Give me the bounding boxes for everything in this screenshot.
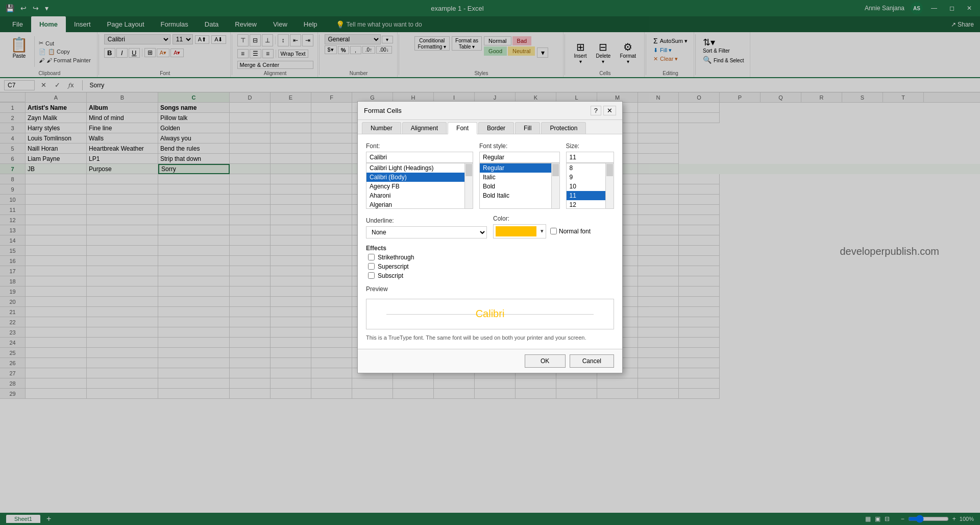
effects-list: Strikethrough Superscript Subscript (366, 254, 614, 279)
dialog-title-bar: Format Cells ? ✕ (358, 102, 622, 120)
style-list-item-bold-italic[interactable]: Bold Italic (480, 191, 559, 200)
font-list-item-algerian[interactable]: Algerian (366, 200, 473, 209)
dialog-cancel-button[interactable]: Cancel (570, 354, 614, 368)
dialog-tab-number[interactable]: Number (362, 122, 401, 134)
dialog-title: Format Cells (364, 107, 402, 114)
font-size-label: Size: (566, 142, 615, 150)
format-cells-dialog: Format Cells ? ✕ Number Alignment Font B… (357, 101, 623, 373)
font-label: Font: (366, 142, 473, 150)
dialog-title-buttons: ? ✕ (591, 106, 616, 115)
font-list[interactable]: Calibri Light (Headings) Calibri (Body) … (366, 163, 473, 209)
dialog-tab-protection[interactable]: Protection (541, 122, 586, 134)
font-size-list[interactable]: 8 9 10 11 12 14 (566, 163, 615, 209)
subscript-checkbox[interactable] (368, 272, 375, 279)
underline-col: Underline: None Single Double (366, 217, 487, 238)
font-style-input[interactable]: Regular (479, 152, 560, 163)
superscript-checkbox[interactable] (368, 263, 375, 270)
preview-label: Preview (366, 285, 614, 293)
dialog-body: Font: Calibri Calibri Light (Headings) C… (358, 134, 622, 349)
modal-overlay[interactable]: Format Cells ? ✕ Number Alignment Font B… (0, 0, 980, 525)
color-swatch-button[interactable]: ▾ (493, 224, 546, 238)
font-list-scrollbar[interactable] (464, 163, 473, 208)
normal-font-checkbox[interactable] (550, 228, 557, 234)
underline-label: Underline: (366, 217, 487, 224)
preview-section: Preview Calibri (366, 285, 614, 329)
font-style-size-section: Font: Calibri Calibri Light (Headings) C… (366, 142, 614, 209)
subscript-text: Subscript (378, 272, 403, 279)
underline-color-row: Underline: None Single Double Color: (366, 215, 614, 238)
dialog-help-button[interactable]: ? (591, 106, 601, 115)
effects-label: Effects (366, 245, 614, 252)
font-style-scrollbar[interactable] (551, 163, 559, 208)
strikethrough-label[interactable]: Strikethrough (368, 254, 614, 261)
color-dropdown-arrow[interactable]: ▾ (538, 228, 546, 234)
font-size-col: Size: 11 8 9 10 11 12 14 (566, 142, 615, 209)
dialog-close-button[interactable]: ✕ (603, 106, 616, 115)
superscript-label[interactable]: Superscript (368, 263, 614, 270)
font-size-input[interactable]: 11 (566, 152, 615, 163)
preview-text: Calibri (476, 308, 505, 320)
subscript-label[interactable]: Subscript (368, 272, 614, 279)
font-style-col: Font style: Regular Regular Italic Bold … (479, 142, 560, 209)
font-size-scrollbar[interactable] (605, 163, 614, 208)
font-style-list[interactable]: Regular Italic Bold Bold Italic (479, 163, 560, 209)
superscript-text: Superscript (378, 263, 409, 270)
dialog-tabs: Number Alignment Font Border Fill Protec… (358, 120, 622, 134)
dialog-ok-button[interactable]: OK (525, 354, 566, 368)
dialog-tab-font[interactable]: Font (448, 122, 477, 134)
normal-font-label[interactable]: Normal font (550, 228, 591, 235)
dialog-tab-border[interactable]: Border (478, 122, 514, 134)
strikethrough-text: Strikethrough (378, 254, 414, 261)
color-swatch (496, 226, 536, 236)
normal-font-text: Normal font (559, 228, 591, 235)
font-list-item-aharoni[interactable]: Aharoni (366, 191, 473, 200)
dialog-tab-fill[interactable]: Fill (515, 122, 540, 134)
truetype-note: This is a TrueType font. The same font w… (366, 335, 614, 341)
font-list-item-calibri-light[interactable]: Calibri Light (Headings) (366, 163, 473, 173)
font-style-label: Font style: (479, 142, 560, 150)
style-list-item-bold[interactable]: Bold (480, 182, 559, 191)
preview-right-line (490, 314, 594, 315)
style-list-item-regular[interactable]: Regular (480, 163, 559, 173)
underline-select[interactable]: None Single Double (366, 226, 487, 238)
color-col: Color: ▾ Normal font (493, 215, 614, 238)
style-list-item-italic[interactable]: Italic (480, 173, 559, 182)
font-col: Font: Calibri Calibri Light (Headings) C… (366, 142, 473, 209)
dialog-tab-alignment[interactable]: Alignment (402, 122, 447, 134)
font-list-item-agency-fb[interactable]: Agency FB (366, 182, 473, 191)
font-name-input[interactable]: Calibri (366, 152, 473, 163)
strikethrough-checkbox[interactable] (368, 254, 375, 260)
preview-box: Calibri (366, 299, 614, 329)
color-label: Color: (493, 215, 614, 222)
dialog-footer: OK Cancel (358, 349, 622, 373)
font-list-item-calibri-body[interactable]: Calibri (Body) (366, 173, 473, 182)
effects-section: Effects Strikethrough Superscript Subscr… (366, 245, 614, 279)
